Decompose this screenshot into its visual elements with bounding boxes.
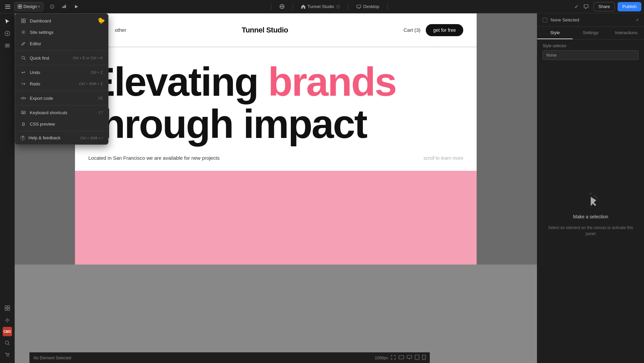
dashboard-icon <box>20 18 26 24</box>
quick-find-label: Quick find <box>30 56 69 61</box>
svg-rect-0 <box>5 5 10 5</box>
svg-rect-34 <box>23 112 24 113</box>
menu-item-keyboard-shortcuts[interactable]: Keyboard shortcuts ⇧? <box>15 107 108 118</box>
keyboard-shortcuts-icon <box>20 110 26 116</box>
topbar-utility-icons <box>45 2 84 11</box>
nav-desktop-label: Desktop <box>363 4 379 9</box>
svg-rect-3 <box>18 5 20 6</box>
svg-rect-19 <box>8 306 10 308</box>
cart-text[interactable]: Cart (3) <box>403 27 420 33</box>
none-selected-label: None Selected <box>551 17 632 22</box>
nav-other[interactable]: other <box>115 27 126 33</box>
svg-point-25 <box>8 356 9 357</box>
dashboard-emoji: 🐤 <box>97 17 105 24</box>
interactions-icon[interactable] <box>2 315 13 325</box>
svg-rect-38 <box>407 355 412 358</box>
menu-divider-5 <box>15 131 108 131</box>
tab-interactions[interactable]: Interactions <box>609 27 644 39</box>
panel-tabs: Style Settings Interactions <box>537 27 644 40</box>
tab-style[interactable]: Style <box>537 27 573 39</box>
desktop-view-icon[interactable] <box>407 355 412 361</box>
topbar-left: Design ▾ <box>0 2 87 12</box>
globe-icon-btn[interactable] <box>277 3 287 10</box>
cms-icon[interactable]: CMS <box>3 327 12 336</box>
svg-rect-35 <box>24 112 25 113</box>
analytics-button[interactable] <box>60 2 69 11</box>
cta-button[interactable]: get for free <box>426 24 463 36</box>
svg-rect-16 <box>5 45 10 46</box>
ecommerce-icon[interactable] <box>2 350 13 360</box>
keyboard-shortcuts-shortcut: ⇧? <box>98 111 103 115</box>
svg-rect-5 <box>18 7 20 8</box>
site-settings-icon <box>20 29 26 35</box>
menu-button[interactable] <box>3 2 13 12</box>
menu-divider-2 <box>15 65 108 65</box>
svg-rect-17 <box>5 47 10 47</box>
tablet-view-icon[interactable] <box>415 355 419 361</box>
history-button[interactable] <box>48 2 57 11</box>
css-preview-icon: {} <box>20 121 26 127</box>
scroll-text: scroll to learn more <box>423 155 463 161</box>
zoom-fit-icon[interactable] <box>399 355 404 361</box>
redo-icon: ↪ <box>20 81 26 87</box>
menu-item-site-settings[interactable]: Site settings <box>15 26 108 38</box>
menu-item-dashboard[interactable]: Dashboard 🐤 <box>15 15 108 26</box>
divider-1 <box>271 3 271 10</box>
comment-button[interactable] <box>581 2 591 11</box>
share-button[interactable]: Share <box>593 2 615 11</box>
main-area: CMS D <box>0 13 644 363</box>
redo-label: Redo <box>30 81 76 86</box>
no-element-label: No Element Selected <box>33 356 71 360</box>
make-selection-area: Make a selection Select an element on th… <box>537 65 644 363</box>
pointer-tool-icon[interactable] <box>2 16 13 27</box>
bottom-bar: No Element Selected 1066px <box>29 352 430 363</box>
hero-section: Elevating brands through impact Located … <box>75 47 477 167</box>
menu-item-quick-find[interactable]: Quick find Ctrl + E or Ctrl + K <box>15 52 108 64</box>
svg-point-30 <box>23 31 24 33</box>
tab-settings[interactable]: Settings <box>573 27 608 39</box>
svg-rect-11 <box>357 5 361 8</box>
preview-button[interactable] <box>72 2 81 11</box>
make-selection-subtitle: Select an element on the canvas to activ… <box>544 225 637 237</box>
smart-components-icon[interactable] <box>2 303 13 313</box>
publish-button[interactable]: Publish <box>618 2 641 11</box>
svg-rect-20 <box>5 308 7 310</box>
nav-desktop-btn[interactable]: Desktop <box>354 3 382 10</box>
menu-item-undo[interactable]: ↩ Undo Ctrl + Z <box>15 67 108 78</box>
css-preview-label: CSS preview <box>30 122 103 127</box>
menu-item-css-preview[interactable]: {} CSS preview <box>15 118 108 130</box>
make-selection-title: Make a selection <box>573 214 608 219</box>
menu-item-redo[interactable]: ↪ Redo Ctrl + Shift + Z <box>15 78 108 89</box>
width-label: 1066px <box>375 356 388 360</box>
svg-point-22 <box>6 319 8 321</box>
svg-rect-2 <box>5 8 10 9</box>
cursor-icon <box>582 192 599 209</box>
fit-icon[interactable] <box>391 355 396 361</box>
hero-line2: through impact <box>88 101 367 146</box>
menu-item-help-feedback[interactable]: ? Help & feedback Ctrl + Shift + / <box>15 133 108 143</box>
nav-home-btn[interactable]: Tunnel Studio <box>298 3 343 10</box>
layers-panel-icon[interactable] <box>2 40 13 51</box>
menu-item-editor[interactable]: Editor <box>15 38 108 49</box>
panel-checkbox[interactable] <box>543 18 547 22</box>
redo-shortcut: Ctrl + Shift + Z <box>79 82 103 86</box>
design-dropdown-menu: Dashboard 🐤 Site settings Editor <box>15 13 108 145</box>
hero-subtext: Located in San Francisco we are availabl… <box>88 155 220 161</box>
quick-find-shortcut: Ctrl + E or Ctrl + K <box>73 56 103 60</box>
svg-rect-15 <box>5 44 10 45</box>
style-selector-box[interactable]: None <box>543 50 639 60</box>
editor-icon <box>20 41 26 47</box>
menu-divider-1 <box>15 51 108 51</box>
add-component-icon[interactable] <box>2 28 13 39</box>
undo-shortcut: Ctrl + Z <box>91 70 103 74</box>
design-dropdown-icon: ▾ <box>38 5 40 8</box>
keyboard-shortcuts-label: Keyboard shortcuts <box>30 110 94 115</box>
search-bottom-icon[interactable] <box>2 338 13 348</box>
panel-expand-icon[interactable]: ↗ <box>635 18 639 22</box>
svg-rect-29 <box>24 21 25 23</box>
topbar: Design ▾ <box>0 0 644 13</box>
menu-item-export-code[interactable]: </> Export code ⇧E <box>15 92 108 104</box>
bottom-right-controls: 1066px <box>375 355 426 361</box>
mobile-view-icon[interactable] <box>422 355 426 361</box>
design-mode-button[interactable]: Design ▾ <box>14 2 44 11</box>
